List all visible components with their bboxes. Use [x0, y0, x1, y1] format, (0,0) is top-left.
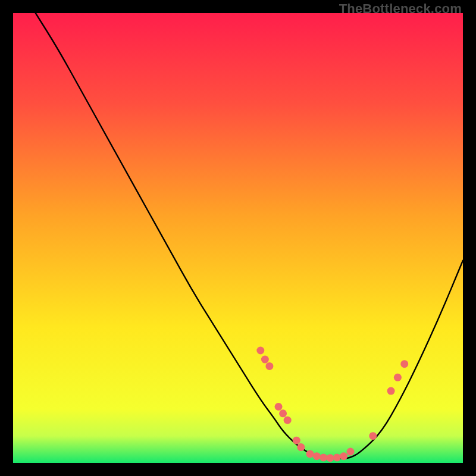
curve-marker	[333, 453, 341, 461]
curve-marker	[320, 453, 327, 461]
curve-marker	[369, 432, 377, 440]
curve-marker	[387, 387, 395, 395]
curve-marker	[326, 454, 334, 462]
curve-marker	[284, 416, 292, 424]
curve-marker	[293, 437, 300, 444]
curve-marker	[340, 452, 347, 460]
curve-marker	[261, 356, 269, 364]
curve-marker	[256, 347, 264, 355]
curve-marker	[394, 374, 402, 381]
chart-frame	[13, 13, 463, 463]
bottleneck-chart	[13, 13, 463, 463]
curve-marker	[347, 448, 355, 456]
curve-marker	[279, 409, 287, 417]
curve-marker	[265, 362, 273, 370]
curve-marker	[400, 360, 408, 368]
curve-marker	[313, 452, 321, 460]
chart-background	[13, 13, 463, 463]
curve-marker	[275, 403, 283, 411]
curve-marker	[297, 443, 305, 451]
curve-marker	[306, 450, 314, 458]
